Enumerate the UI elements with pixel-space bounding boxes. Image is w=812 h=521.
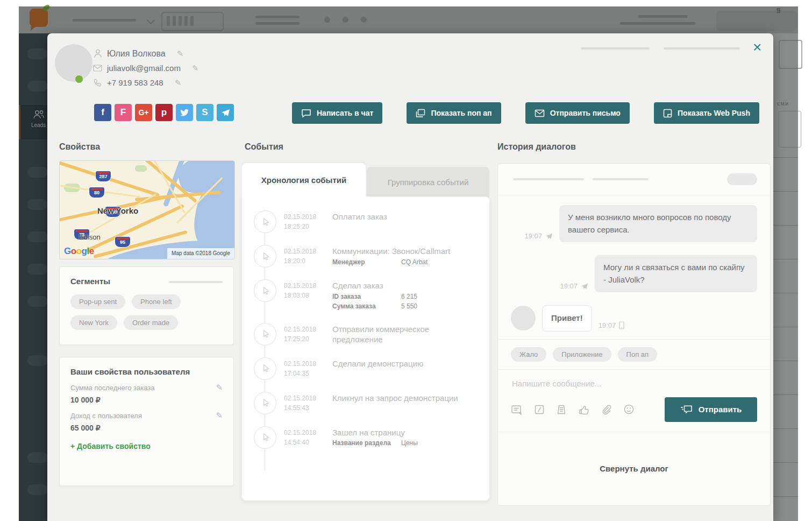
dialog-header-placeholder <box>593 178 649 180</box>
event-timeline: 02.15.2018 18:25:20 Оплатил заказ <box>242 196 489 501</box>
show-popup-button[interactable]: Показать поп ап <box>407 102 501 124</box>
edit-phone-icon[interactable]: ✎ <box>175 78 182 88</box>
custom-property-row: Сумма последнего заказа ✎ 10 000 ₽ <box>70 384 223 404</box>
segment-chips: Pop-up sentPhone leftNew YorkOrder made <box>70 294 223 330</box>
map-attribution: Map data ©2018 Google <box>167 248 234 259</box>
cursor-icon <box>254 323 276 346</box>
cursor-icon <box>254 245 276 267</box>
user-email: juliavolk@gmail.com <box>107 64 181 73</box>
google-plus-icon[interactable]: G+ <box>135 104 152 121</box>
edit-name-icon[interactable]: ✎ <box>177 49 184 59</box>
dialog-header-pill[interactable] <box>727 173 757 185</box>
event-time: 14:54:40 <box>284 438 325 447</box>
dialog-tag-chip[interactable]: Приложение <box>553 347 611 362</box>
user-avatar <box>55 44 92 82</box>
event-time: 14:55:43 <box>284 403 325 413</box>
event-date: 02.15.2018 <box>284 393 325 403</box>
write-chat-button[interactable]: Написать в чат <box>292 102 382 124</box>
timeline-event[interactable]: 02.15.2018 18:03:08 Сделал заказ ID зака… <box>254 279 478 311</box>
dialog-tag-chip[interactable]: Жало <box>511 347 546 362</box>
property-label: Доход с пользователя <box>70 412 223 420</box>
edit-property-icon[interactable]: ✎ <box>216 383 223 392</box>
saved-replies-icon[interactable] <box>511 404 523 415</box>
foursquare-icon[interactable]: F <box>115 104 132 121</box>
timeline-event[interactable]: 02.15.2018 18:20:0 Коммуникации: Звонок/… <box>254 245 478 267</box>
cursor-icon <box>254 210 276 233</box>
timeline-event[interactable]: 02.15.2018 17:04:35 Сделали демонстрацию <box>254 357 478 380</box>
attachment-icon[interactable] <box>601 404 612 415</box>
event-date: 02.15.2018 <box>284 359 325 369</box>
segment-chip[interactable]: Phone left <box>132 294 181 309</box>
map-park <box>135 165 147 172</box>
property-label: Сумма последнего заказа <box>70 384 223 392</box>
telegram-icon[interactable] <box>217 104 234 121</box>
close-icon[interactable]: × <box>753 40 761 55</box>
event-time: 18:25:20 <box>284 222 325 231</box>
person-icon <box>93 49 102 58</box>
event-meta-row: Название раздела Цены <box>332 439 478 448</box>
cursor-icon <box>254 357 276 380</box>
thumbs-up-icon[interactable] <box>578 404 590 415</box>
emoji-icon[interactable] <box>623 404 635 415</box>
event-meta-value: Цены <box>401 439 418 448</box>
event-time: 18:20:0 <box>284 256 325 266</box>
send-chat-icon <box>680 405 693 414</box>
timeline-event[interactable]: 02.15.2018 14:54:40 Зашел на страницу На… <box>254 426 478 449</box>
knowledge-base-icon[interactable] <box>556 404 567 415</box>
google-logo-letter: o <box>71 246 76 256</box>
event-meta-row: Менеджер CQ Arbat <box>332 258 478 267</box>
dialog-tags: ЖалоПриложениеПоп ап <box>498 339 770 369</box>
tab-event-timeline[interactable]: Хронология событий <box>242 163 366 198</box>
events-title: События <box>245 142 283 152</box>
dialog-tag-chip[interactable]: Поп ап <box>618 347 658 362</box>
google-logo: Google <box>64 246 94 257</box>
outgoing-message: 19:07 У меня возникло много вопросов по … <box>511 205 757 242</box>
tab-event-grouping[interactable]: Группировка событий <box>367 167 489 198</box>
sent-plane-icon <box>545 233 553 240</box>
location-map[interactable]: 287802807895 New Yorko Edison Google Map… <box>59 160 235 259</box>
action-buttons-row: Написать в чат Показать поп ап Отправить… <box>292 102 759 124</box>
dialog-history-title: История диалогов <box>497 142 576 152</box>
skype-icon[interactable]: S <box>196 104 213 121</box>
dialog-header <box>498 164 770 195</box>
timeline-event[interactable]: 02.15.2018 17:25:20 Отправили коммерческ… <box>254 323 478 346</box>
add-property-button[interactable]: + Добавить свойство <box>70 442 223 450</box>
cursor-icon <box>254 392 276 414</box>
facebook-icon[interactable]: f <box>94 104 111 121</box>
show-webpush-button[interactable]: Показать Web Push <box>654 102 759 124</box>
event-title: Отправили коммерческое предложение <box>332 324 478 345</box>
message-bubble: Привет! <box>542 305 592 332</box>
message-input[interactable] <box>511 378 759 389</box>
send-button[interactable]: Отправить <box>665 397 757 422</box>
event-title: Зашел на страницу <box>332 427 478 438</box>
twitter-icon[interactable] <box>176 104 193 121</box>
event-date: 02.15.2018 <box>284 247 325 256</box>
message-bubble: Могу ли я связаться с вами по скайпу - J… <box>595 255 757 292</box>
slash-command-icon[interactable] <box>534 404 545 415</box>
envelope-icon <box>93 65 102 72</box>
map-city-label: New Yorko <box>97 206 138 215</box>
event-date: 02.15.2018 <box>284 212 325 222</box>
event-meta-key: ID заказа <box>332 293 401 301</box>
event-meta-key: Сумма заказа <box>332 302 401 311</box>
dialog-header-placeholder <box>513 178 584 180</box>
segment-chip[interactable]: Pop-up sent <box>70 294 125 309</box>
send-email-button[interactable]: Отправить письмо <box>525 102 630 124</box>
timeline-event[interactable]: 02.15.2018 14:55:43 Кликнул на запрос де… <box>254 392 478 414</box>
screen: Leads сми 5 2 5 5 × Юлия Во <box>0 0 812 521</box>
incoming-message: Привет! 19:07 <box>511 305 757 332</box>
edit-email-icon[interactable]: ✎ <box>192 64 199 73</box>
segment-chip[interactable]: New York <box>70 315 117 330</box>
collapse-dialog-button[interactable]: Свернуть диалог <box>498 432 770 506</box>
segments-card: Сегменты Pop-up sentPhone leftNew YorkOr… <box>59 266 234 345</box>
cursor-icon <box>254 426 276 449</box>
segments-placeholder-line <box>169 281 223 283</box>
map-town-label: Edison <box>79 233 101 241</box>
segment-chip[interactable]: Order made <box>124 315 178 330</box>
pinterest-icon[interactable]: p <box>155 104 173 121</box>
custom-properties-list: Сумма последнего заказа ✎ 10 000 ₽ Доход… <box>70 384 223 432</box>
cursor-icon <box>254 279 276 302</box>
edit-property-icon[interactable]: ✎ <box>216 411 223 420</box>
sent-plane-icon <box>581 283 588 290</box>
timeline-event[interactable]: 02.15.2018 18:25:20 Оплатил заказ <box>254 210 478 233</box>
